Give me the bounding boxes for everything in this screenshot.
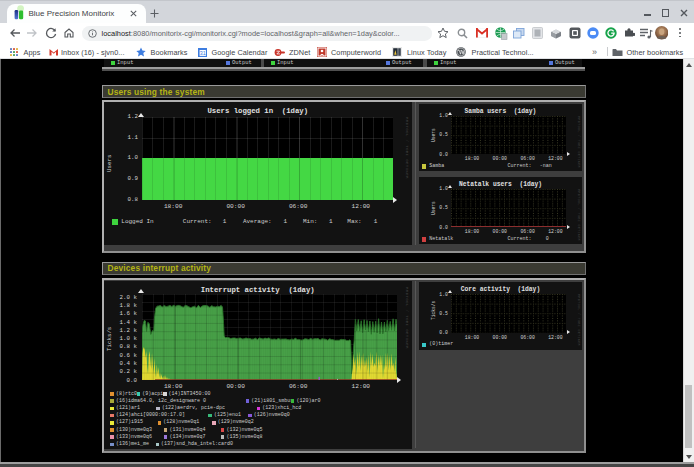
svg-text:31: 31 (199, 49, 205, 55)
